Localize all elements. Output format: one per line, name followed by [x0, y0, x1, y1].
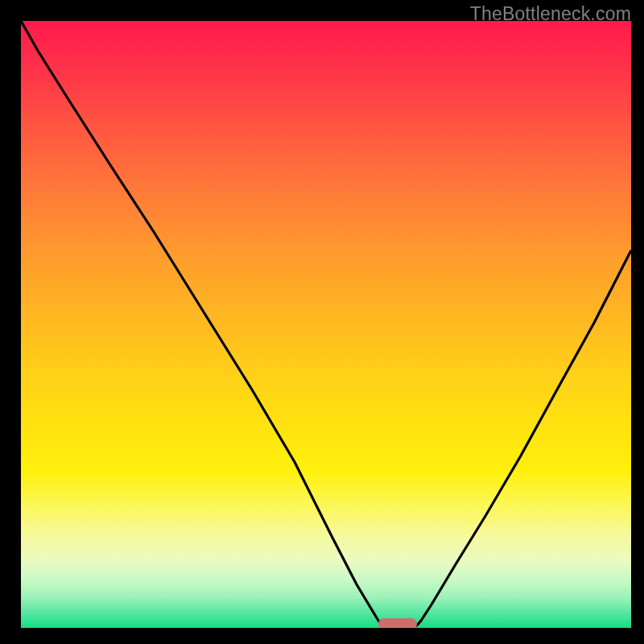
- optimal-marker: [378, 618, 417, 628]
- curve-layer: [21, 21, 631, 628]
- chart-frame: TheBottleneck.com: [0, 0, 644, 644]
- bottleneck-curve: [21, 21, 631, 628]
- watermark-text: TheBottleneck.com: [470, 3, 631, 25]
- plot-area: [21, 21, 631, 628]
